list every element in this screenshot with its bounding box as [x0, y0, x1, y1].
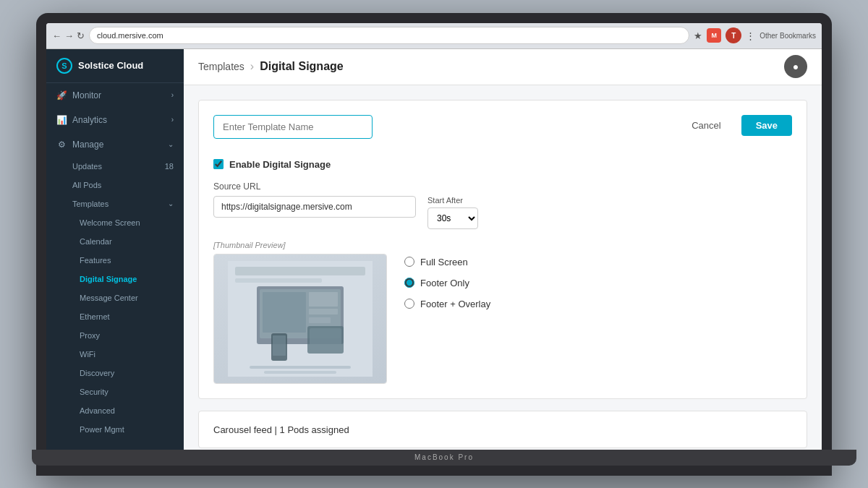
app-logo-icon: S	[56, 58, 72, 74]
sidebar-item-wifi[interactable]: WiFi	[46, 345, 184, 364]
enable-checkbox[interactable]	[213, 159, 224, 169]
address-bar[interactable]: cloud.mersive.com	[89, 27, 689, 44]
browser-profile-icon[interactable]: T	[726, 27, 741, 43]
top-bar: Templates › Digital Signage ●	[184, 49, 822, 85]
start-after-label: Start After	[427, 196, 478, 205]
radio-footer-overlay-input[interactable]	[404, 299, 414, 309]
sidebar-item-discovery[interactable]: Discovery	[46, 364, 184, 382]
radio-full-screen-input[interactable]	[404, 257, 414, 267]
action-buttons: Cancel Save	[678, 115, 792, 136]
browser-extension-icon[interactable]: M	[707, 28, 721, 43]
manage-chevron-icon: ⌄	[168, 140, 174, 148]
digital-signage-label: Digital Signage	[80, 275, 137, 283]
analytics-chevron-icon: ›	[171, 116, 174, 124]
radio-footer-only-label: Footer Only	[420, 278, 469, 288]
radio-full-screen[interactable]: Full Screen	[404, 257, 490, 267]
sidebar-monitor-label: Monitor	[72, 90, 101, 100]
breadcrumb-parent[interactable]: Templates	[198, 61, 244, 72]
sidebar-item-templates[interactable]: Templates ⌄	[46, 194, 184, 213]
sidebar-item-all-pods[interactable]: All Pods	[46, 176, 184, 194]
thumbnail-image	[214, 254, 386, 383]
updates-badge: 18	[165, 162, 174, 171]
app-logo-text: Solstice Cloud	[78, 60, 143, 71]
sidebar-item-security[interactable]: Security	[46, 382, 184, 401]
address-text: cloud.mersive.com	[97, 31, 163, 40]
sidebar-item-manage[interactable]: ⚙ Manage ⌄	[46, 132, 184, 157]
radio-footer-only-input[interactable]	[404, 278, 414, 288]
browser-menu-icon[interactable]: ⋮	[746, 30, 755, 41]
monitor-chevron-icon: ›	[171, 91, 174, 99]
svg-rect-6	[309, 292, 338, 307]
reload-icon[interactable]: ↻	[77, 30, 85, 41]
laptop-frame: ← → ↻ cloud.mersive.com ★ M T ⋮ Other Bo…	[36, 13, 832, 476]
breadcrumb-separator: ›	[250, 60, 254, 73]
app-container: S Solstice Cloud 🚀 Monitor › 📊 Analytics	[46, 49, 822, 450]
sidebar-item-analytics[interactable]: 📊 Analytics ›	[46, 108, 184, 132]
sidebar-item-proxy[interactable]: Proxy	[46, 326, 184, 345]
sidebar-item-message-center[interactable]: Message Center	[46, 288, 184, 307]
sidebar-item-calendar[interactable]: Calendar	[46, 232, 184, 251]
main-card: Cancel Save Enable Digital Signage Sourc…	[198, 100, 807, 399]
sidebar-item-advanced[interactable]: Advanced	[46, 401, 184, 420]
svg-rect-1	[235, 267, 365, 275]
breadcrumb-current: Digital Signage	[260, 60, 344, 73]
sidebar-item-updates[interactable]: Updates 18	[46, 157, 184, 176]
content-area: Cancel Save Enable Digital Signage Sourc…	[184, 85, 822, 450]
svg-rect-5	[263, 292, 306, 333]
source-url-input[interactable]	[213, 196, 416, 218]
user-avatar[interactable]: ●	[784, 55, 807, 78]
source-url-group: Source URL Start After 30s 10s 20s	[213, 181, 792, 229]
main-content: Templates › Digital Signage ●	[184, 49, 822, 450]
source-url-label: Source URL	[213, 181, 792, 192]
cancel-button[interactable]: Cancel	[678, 115, 733, 136]
manage-icon: ⚙	[56, 140, 67, 150]
laptop-screen: ← → ↻ cloud.mersive.com ★ M T ⋮ Other Bo…	[46, 23, 822, 450]
sidebar-item-welcome-screen[interactable]: Welcome Screen	[46, 213, 184, 232]
back-icon[interactable]: ←	[52, 30, 61, 41]
start-after-select[interactable]: 30s 10s 20s 60s	[427, 207, 478, 229]
thumbnail-preview	[213, 254, 387, 384]
monitor-icon: 🚀	[56, 90, 67, 100]
start-after-group: Start After 30s 10s 20s 60s	[427, 196, 478, 229]
all-pods-label: All Pods	[72, 181, 101, 189]
sidebar-item-power-mgmt[interactable]: Power Mgmt	[46, 420, 184, 439]
sidebar-item-monitor[interactable]: 🚀 Monitor ›	[46, 83, 184, 108]
sidebar-item-ethernet[interactable]: Ethernet	[46, 307, 184, 326]
source-url-row: Start After 30s 10s 20s 60s	[213, 196, 792, 229]
avatar-icon: ●	[793, 61, 799, 72]
updates-label: Updates	[72, 162, 102, 171]
svg-rect-10	[310, 328, 341, 350]
radio-footer-only[interactable]: Footer Only	[404, 278, 490, 288]
templates-label: Templates	[72, 200, 109, 208]
enable-label[interactable]: Enable Digital Signage	[229, 159, 331, 170]
svg-rect-2	[235, 278, 322, 283]
sidebar-logo: S Solstice Cloud	[46, 49, 184, 83]
laptop-bottom-bar: MacBook Pro	[32, 450, 856, 466]
svg-rect-8	[309, 317, 331, 323]
bookmarks-label: Other Bookmarks	[760, 32, 816, 40]
radio-footer-overlay-label: Footer + Overlay	[420, 299, 490, 309]
sidebar-analytics-label: Analytics	[72, 115, 107, 125]
svg-rect-7	[309, 309, 338, 314]
sidebar-item-digital-signage[interactable]: Digital Signage	[46, 270, 184, 288]
bookmark-star-icon[interactable]: ★	[694, 30, 702, 41]
templates-chevron-icon: ⌄	[168, 200, 174, 207]
browser-chrome-bar: ← → ↻ cloud.mersive.com ★ M T ⋮ Other Bo…	[46, 23, 822, 49]
enable-row: Enable Digital Signage	[213, 159, 792, 170]
svg-rect-12	[273, 335, 286, 356]
laptop-brand-label: MacBook Pro	[414, 453, 474, 461]
sidebar: S Solstice Cloud 🚀 Monitor › 📊 Analytics	[46, 49, 184, 450]
analytics-icon: 📊	[56, 115, 67, 125]
breadcrumb: Templates › Digital Signage	[198, 60, 344, 73]
save-button[interactable]: Save	[741, 115, 792, 136]
footer-card-text: Carousel feed | 1 Pods assigned	[213, 424, 349, 435]
radio-full-screen-label: Full Screen	[420, 257, 468, 267]
sidebar-manage-label: Manage	[72, 140, 103, 150]
sidebar-item-features[interactable]: Features	[46, 251, 184, 270]
forward-icon[interactable]: →	[64, 30, 74, 41]
footer-card: Carousel feed | 1 Pods assigned	[198, 411, 807, 448]
svg-rect-13	[250, 366, 351, 369]
template-name-input[interactable]	[213, 115, 373, 139]
display-options: Full Screen Footer Only Footer + Overlay	[404, 254, 490, 309]
radio-footer-overlay[interactable]: Footer + Overlay	[404, 299, 490, 309]
